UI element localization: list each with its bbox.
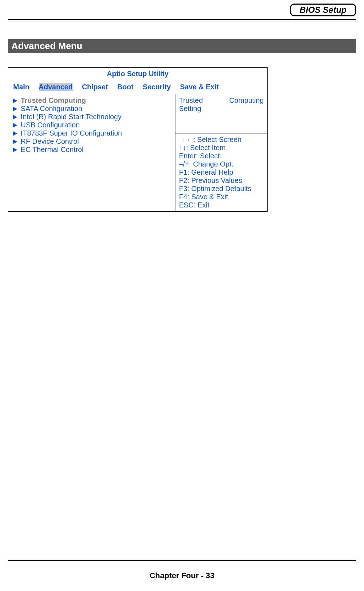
menu-item-label: EC Thermal Control [21, 146, 83, 153]
page-header: BIOS Setup [8, 0, 356, 18]
triangle-right-icon: ► [12, 113, 19, 121]
menu-item-trusted-computing[interactable]: ► Trusted Computing [12, 96, 172, 105]
footer-text: Chapter Four - 33 [0, 571, 364, 580]
help-line: →←: Select Screen [179, 136, 264, 144]
triangle-right-icon: ► [12, 96, 19, 104]
menu-item-label: Intel (R) Rapid Start Technology [21, 113, 121, 121]
tab-advanced[interactable]: Advanced [39, 83, 73, 91]
triangle-right-icon: ► [12, 121, 19, 129]
desc-line2: Setting [179, 105, 264, 113]
help-line: F4: Save & Exit [179, 193, 264, 201]
tab-security[interactable]: Security [143, 83, 171, 91]
menu-item-label: Trusted Computing [21, 96, 86, 104]
rule-thick [8, 19, 356, 20]
help-line: Enter: Select [179, 152, 264, 160]
menu-item-sata-configuration[interactable]: ► SATA Configuration [12, 105, 172, 113]
rule-thin [8, 21, 356, 21]
utility-title: Aptio Setup Utility [12, 70, 264, 79]
tab-chipset[interactable]: Chipset [82, 83, 108, 91]
page-footer: Chapter Four - 33 [0, 559, 364, 580]
rule-thick [8, 560, 356, 561]
help-line: ↑↓: Select Item [179, 144, 264, 152]
triangle-right-icon: ► [12, 146, 19, 153]
help-line: –/+: Change Opt. [179, 160, 264, 168]
triangle-right-icon: ► [12, 137, 19, 145]
menu-item-rf-device[interactable]: ► RF Device Control [12, 137, 172, 146]
help-line: F3: Optimized Defaults [179, 185, 264, 193]
header-badge: BIOS Setup [290, 4, 356, 16]
menu-item-rapid-start[interactable]: ► Intel (R) Rapid Start Technology [12, 113, 172, 121]
tab-boot[interactable]: Boot [117, 83, 134, 91]
help-line: ESC: Exit [179, 201, 264, 209]
bios-tabs: Main Advanced Chipset Boot Security Save… [12, 83, 264, 92]
description-pane: Trusted Computing Setting [175, 94, 268, 133]
menu-item-super-io[interactable]: ► IT8783F Super IO Configuration [12, 129, 172, 137]
help-line: F1: General Help [179, 168, 264, 176]
help-pane: →←: Select Screen ↑↓: Select Item Enter:… [175, 133, 268, 212]
menu-item-label: USB Configuration [21, 121, 80, 129]
menu-item-usb-configuration[interactable]: ► USB Configuration [12, 121, 172, 129]
tab-save-exit[interactable]: Save & Exit [180, 83, 219, 91]
desc-word: Trusted [179, 96, 203, 105]
triangle-right-icon: ► [12, 129, 19, 137]
section-title: Advanced Menu [8, 39, 356, 53]
help-line: F2: Previous Values [179, 176, 264, 185]
tab-main[interactable]: Main [13, 83, 30, 91]
menu-pane: ► Trusted Computing ► SATA Configuration… [8, 94, 175, 212]
menu-item-label: RF Device Control [21, 137, 79, 145]
triangle-right-icon: ► [12, 105, 19, 112]
menu-item-label: SATA Configuration [21, 105, 82, 112]
menu-item-label: IT8783F Super IO Configuration [21, 129, 122, 137]
bios-setup-table: Aptio Setup Utility Main Advanced Chipse… [8, 67, 268, 212]
rule-thin [8, 559, 356, 559]
desc-word: Computing [229, 96, 264, 105]
menu-item-ec-thermal[interactable]: ► EC Thermal Control [12, 146, 172, 154]
